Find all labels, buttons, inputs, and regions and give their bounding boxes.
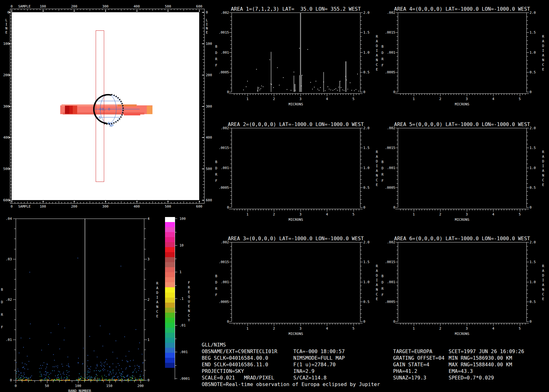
tick: [507, 93, 507, 95]
tick: [175, 379, 177, 379]
tick: [190, 202, 190, 203]
tick: [396, 207, 398, 208]
colorbar-swatch: [165, 348, 175, 353]
readout-line: SCALE=0.021 MRAD/PIXEL: [202, 375, 274, 381]
tick: [527, 183, 528, 184]
tick: [199, 201, 200, 202]
radiance-tick-label: 1.5: [530, 260, 536, 264]
tick: [360, 246, 362, 246]
tick: [292, 93, 293, 95]
line-tick-label: 400: [206, 135, 217, 140]
tick: [203, 69, 204, 69]
tick: [461, 323, 462, 325]
tick: [230, 36, 232, 37]
tick: [43, 201, 44, 202]
tick: [406, 323, 406, 325]
tick: [13, 380, 16, 380]
frequency-tick-label: 100: [179, 217, 186, 221]
tick: [514, 209, 515, 210]
tick: [10, 119, 11, 119]
colorbar-swatch: [165, 318, 175, 323]
radiance-tick-label: 0.5: [530, 186, 536, 190]
sample-tick-label: 100: [37, 4, 49, 8]
tick: [435, 93, 435, 95]
tick: [229, 168, 232, 168]
map-annotation: 0, 0: [102, 107, 110, 111]
tick: [527, 160, 528, 160]
tick: [527, 199, 528, 200]
readout-line: F(1 u)=2784.70: [293, 362, 336, 368]
tick: [397, 56, 398, 56]
tick: [105, 201, 106, 202]
tick: [203, 34, 204, 34]
tick: [397, 250, 398, 250]
tick: [263, 93, 264, 95]
tick: [285, 323, 285, 325]
tick: [14, 350, 16, 350]
line-tick-label: 400: [0, 135, 9, 140]
tick: [14, 370, 16, 370]
tick: [475, 93, 475, 95]
micron-tick-label: 2: [435, 326, 445, 331]
tick: [261, 323, 261, 325]
tick: [230, 44, 232, 45]
tick: [360, 302, 363, 302]
tick: [332, 209, 333, 210]
tick: [360, 36, 362, 37]
tick: [97, 381, 97, 382]
tick: [230, 195, 232, 196]
bdrf-axis-label: F: [215, 293, 217, 297]
tick: [10, 72, 11, 72]
tick: [203, 72, 204, 72]
tick: [134, 202, 134, 203]
radiance-axis-label: A: [542, 39, 544, 43]
tick: [203, 47, 204, 47]
tick: [77, 202, 77, 203]
radiance-tick-label: 0: [363, 90, 365, 94]
tick: [360, 270, 362, 270]
colorbar-swatch: [165, 358, 175, 363]
tick: [269, 323, 269, 325]
tick: [488, 93, 488, 95]
tick: [360, 250, 362, 250]
tick: [10, 159, 11, 160]
plot-axis: [398, 128, 398, 207]
tick: [397, 40, 398, 41]
tick: [274, 209, 274, 212]
tick: [10, 34, 11, 34]
tick: [527, 294, 528, 294]
radiance-axis-label: R: [542, 34, 544, 39]
tick: [187, 202, 187, 203]
tick: [411, 209, 411, 210]
tick: [360, 44, 362, 45]
tick: [199, 11, 200, 12]
sample-tick-label: 400: [131, 4, 143, 8]
tick: [322, 93, 322, 95]
tick: [311, 93, 312, 95]
bdrf-tick-label: .002: [383, 11, 395, 15]
tick: [493, 209, 493, 212]
tick: [422, 93, 422, 95]
bdrf-tick-label: 0: [383, 90, 395, 94]
tick: [229, 321, 232, 322]
tick: [445, 323, 446, 325]
tick: [271, 93, 272, 95]
readout-line: BEG SCLK=04016584.00.0: [202, 355, 268, 361]
tick: [140, 9, 140, 10]
tick: [203, 191, 204, 191]
line-axis-label: I: [5, 22, 8, 26]
bdrf-tick-label: .03: [2, 257, 12, 261]
tick: [10, 147, 11, 147]
tick: [360, 310, 362, 310]
tick: [203, 194, 204, 194]
tick: [202, 153, 204, 153]
tick: [99, 9, 99, 10]
tick: [255, 323, 256, 325]
tick: [11, 11, 12, 12]
tick: [343, 323, 343, 325]
tick: [397, 29, 398, 29]
tick: [522, 323, 523, 325]
tick: [504, 93, 504, 95]
tick: [16, 381, 16, 383]
tick: [397, 152, 398, 152]
